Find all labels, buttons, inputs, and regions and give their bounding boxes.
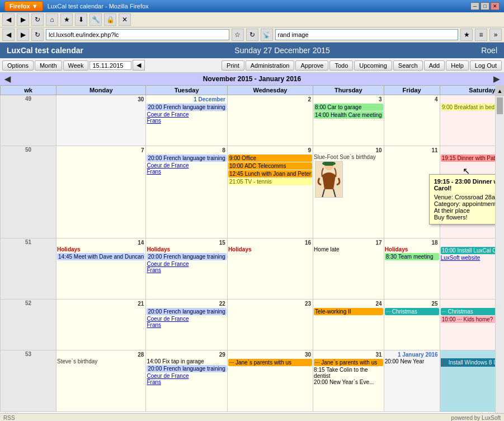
back-button[interactable]: ◀ xyxy=(2,13,15,26)
security-button[interactable]: 🔒 xyxy=(104,13,116,26)
next-month-button[interactable]: ▶ xyxy=(493,74,500,83)
close-button[interactable]: ✕ xyxy=(491,2,500,10)
calendar-event[interactable]: 20:00 French language training xyxy=(147,155,226,162)
bookmark-star[interactable]: ☆ xyxy=(232,29,244,41)
search-input[interactable] xyxy=(275,29,459,40)
minimize-button[interactable]: ─ xyxy=(470,2,479,10)
help-button[interactable]: Help xyxy=(446,60,469,71)
search-button[interactable]: Search xyxy=(393,60,423,71)
refresh-icon[interactable]: ↻ xyxy=(246,29,258,41)
calendar-event[interactable]: 12:45 Lunch with Joan and Peter xyxy=(228,170,312,177)
calendar-event[interactable]: Home late xyxy=(314,246,383,252)
calendar-day[interactable]: 24 Tele-working II xyxy=(313,300,384,350)
calendar-event-link[interactable]: LuxSoft website xyxy=(441,255,495,261)
calendar-day[interactable]: 3 8:00 Car to garage 14:00 Health Care m… xyxy=(313,95,384,146)
calendar-event[interactable]: 8:00 Car to garage xyxy=(314,104,383,111)
month-button[interactable]: Month xyxy=(35,60,62,71)
calendar-day[interactable]: 21 xyxy=(56,300,146,350)
calendar-day[interactable]: 2 xyxy=(227,95,313,146)
reload-button[interactable]: ↻ xyxy=(31,13,44,26)
week-button[interactable]: Week xyxy=(63,60,89,71)
event-checkbox[interactable] xyxy=(442,360,448,366)
calendar-day[interactable]: 22 20:00 French language training Coeur … xyxy=(146,300,227,350)
calendar-day[interactable]: 8 20:00 French language training Coeur d… xyxy=(146,146,227,238)
options-button[interactable]: Options xyxy=(2,60,34,71)
calendar-day[interactable]: 10 Slue-Foot Sue`s birthday xyxy=(313,146,384,238)
calendar-day[interactable]: 19 10:00 Install LuxCal Calendar LuxSoft… xyxy=(440,238,495,300)
forward-button[interactable]: ▶ xyxy=(17,13,29,26)
bookmark-button[interactable]: ★ xyxy=(60,13,73,26)
nav-reload[interactable]: ↻ xyxy=(31,29,44,41)
print-button[interactable]: Print xyxy=(222,60,244,71)
calendar-day[interactable]: 30 xyxy=(56,95,146,146)
stop-button[interactable]: ✕ xyxy=(119,13,131,26)
calendar-day[interactable]: 9 9:00 Office 10:00 ADC Telecomms 12:45 … xyxy=(227,146,313,238)
calendar-day[interactable]: 1 December 20:00 French language trainin… xyxy=(146,95,227,146)
calendar-event[interactable]: ··· Jane`s parents with us xyxy=(314,359,383,366)
calendar-day[interactable]: 14 Holidays 14:45 Meet with Dave and Dun… xyxy=(56,238,146,300)
calendar-day[interactable]: 28 Steve`s birthday xyxy=(56,350,146,412)
calendar-event[interactable]: 8:15 Take Colin to the dentist xyxy=(314,367,383,379)
calendar-event[interactable]: 14:00 Fix tap in garage xyxy=(147,358,226,364)
calendar-event[interactable]: 10:00 Install LuxCal Calendar xyxy=(441,247,495,254)
calendar-day[interactable]: 31 ··· Jane`s parents with us 8:15 Take … xyxy=(313,350,384,412)
add-button[interactable]: Add xyxy=(424,60,445,71)
menu-icon[interactable]: ≡ xyxy=(475,29,487,41)
calendar-event[interactable]: 9:00 Office xyxy=(228,155,312,162)
calendar-event[interactable]: 14:45 Meet with Dave and Duncan xyxy=(57,253,145,260)
calendar-event[interactable]: 20:00 French language training xyxy=(147,104,226,111)
date-prev-button[interactable]: ◀ xyxy=(133,60,145,71)
calendar-day[interactable]: 5 9:00 Breakfast in bed! xyxy=(440,95,495,146)
calendar-event[interactable]: 20:00 French language training xyxy=(147,253,226,260)
logout-button[interactable]: Log Out xyxy=(470,60,502,71)
calendar-event[interactable]: ··· Christmas xyxy=(441,308,495,315)
download-button[interactable]: ⬇ xyxy=(75,13,87,26)
calendar-day[interactable]: 1 January 2016 20:00 New Year xyxy=(384,350,440,412)
calendar-day[interactable]: 15 Holidays 20:00 French language traini… xyxy=(146,238,227,300)
calendar-event[interactable]: 8:30 Team meeting xyxy=(385,253,439,260)
nav-forward[interactable]: ▶ xyxy=(17,29,29,41)
calendar-event[interactable]: 14:00 Health Care meeting xyxy=(314,111,383,119)
calendar-event-link[interactable]: Frans xyxy=(147,379,226,385)
calendar-event-link[interactable]: Coeur de France xyxy=(147,261,226,267)
calendar-event-link[interactable]: Frans xyxy=(147,118,226,124)
calendar-event-link[interactable]: Frans xyxy=(147,267,226,273)
calendar-day[interactable]: 26 ··· Christmas 10:00 ··· Kids home? xyxy=(440,300,495,350)
scroll-thumb[interactable] xyxy=(497,97,503,114)
prev-month-button[interactable]: ◀ xyxy=(4,74,11,83)
calendar-event[interactable]: 21:05 TV - tennis xyxy=(228,178,312,185)
calendar-event[interactable]: 20:00 French language training xyxy=(147,365,226,372)
calendar-event[interactable]: 20:00 New Year`s Eve... xyxy=(314,379,383,385)
calendar-event[interactable]: Tele-working II xyxy=(314,308,383,315)
more-icon[interactable]: » xyxy=(489,29,502,41)
home-button[interactable]: ⌂ xyxy=(46,13,58,26)
calendar-day[interactable]: 4 xyxy=(384,95,440,146)
calendar-day[interactable]: 30 ··· Jane`s parents with us xyxy=(227,350,313,412)
calendar-day[interactable]: 18 Holidays 8:30 Team meeting xyxy=(384,238,440,300)
calendar-day[interactable]: 17 Home late xyxy=(313,238,384,300)
calendar-event-link[interactable]: Coeur de France xyxy=(147,162,226,169)
calendar-event[interactable]: Install Windows 8 Ubuntu xyxy=(441,358,495,367)
restore-button[interactable]: □ xyxy=(481,2,489,10)
calendar-event[interactable]: 9:00 Breakfast in bed! xyxy=(441,104,495,111)
calendar-event[interactable]: 20:00 French language training xyxy=(147,308,226,315)
scroll-up-button[interactable]: ▲ xyxy=(496,85,504,96)
firefox-button[interactable]: Firefox ▼ xyxy=(4,1,43,11)
calendar-day[interactable]: 16 Holidays xyxy=(227,238,313,300)
upcoming-button[interactable]: Upcoming xyxy=(354,60,392,71)
calendar-event-link[interactable]: Coeur de France xyxy=(147,373,226,379)
rss-icon[interactable]: 📡 xyxy=(261,29,273,41)
tools-button[interactable]: 🔧 xyxy=(90,13,102,26)
url-input[interactable] xyxy=(46,29,229,40)
calendar-day[interactable]: 12 19:15 Dinner with Pat and Carol! ↖ 19… xyxy=(440,146,495,238)
calendar-event[interactable]: 10:00 ··· Kids home? xyxy=(441,316,495,323)
calendar-event-link[interactable]: Frans xyxy=(147,169,226,175)
calendar-day[interactable]: 7 xyxy=(56,146,146,238)
calendar-day[interactable]: 2 Install Windows 8 Ubuntu xyxy=(440,350,495,412)
calendar-event[interactable]: ··· Jane`s parents with us xyxy=(228,359,312,366)
calendar-event[interactable]: 19:15 Dinner with Pat and Carol! xyxy=(441,155,495,162)
nav-back[interactable]: ◀ xyxy=(2,29,15,41)
date-input[interactable] xyxy=(90,61,131,70)
calendar-event[interactable]: 20:00 New Year xyxy=(385,358,439,364)
calendar-day[interactable]: 23 xyxy=(227,300,313,350)
